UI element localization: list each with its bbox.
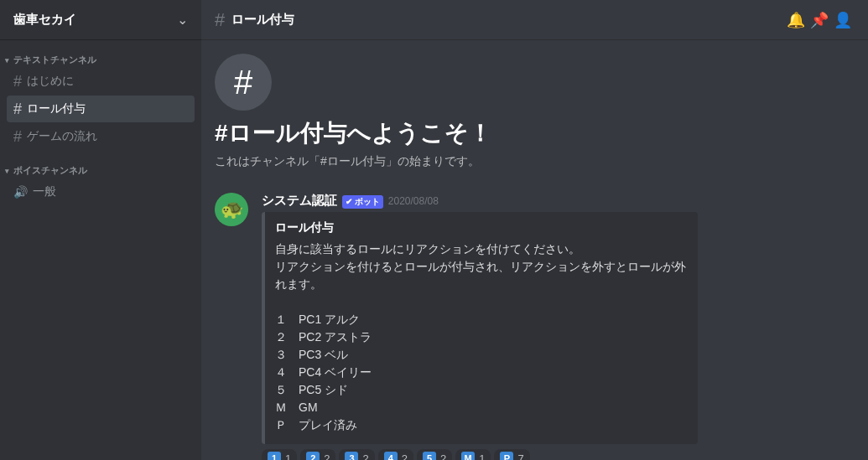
reaction-m[interactable]: M 1 (455, 449, 491, 460)
voice-channel-item-general[interactable]: 🔊 一般 (7, 178, 195, 205)
reaction-count: 1 (479, 452, 485, 461)
voice-channel-section: ▾ ボイスチャンネル 🔊 一般 (0, 151, 201, 206)
section-label: テキストチャンネル (13, 54, 96, 66)
channel-label: ゲームの流れ (27, 129, 97, 144)
server-header[interactable]: 歯車セカイ ⌄ (0, 0, 201, 40)
embed-description: 自身に該当するロールにリアクションを付けてください。 リアクションを付けるとロー… (275, 240, 686, 434)
message: 🐢 システム認証 ✔ ボット 2020/08/08 ロール付与 自身に該当するロ… (215, 189, 855, 460)
server-name: 歯車セカイ (13, 12, 76, 28)
embed-title: ロール付与 (275, 220, 686, 235)
bot-tag: ✔ ボット (342, 195, 383, 209)
reaction-count: 1 (285, 452, 291, 461)
hash-icon: # (13, 101, 22, 118)
reaction-3[interactable]: 3 2 (339, 449, 374, 460)
welcome-subtitle: これはチャンネル「#ロール付与」の始まりです。 (215, 154, 855, 169)
notifications-icon[interactable]: 🔔 (784, 11, 808, 29)
text-channel-section-header[interactable]: ▾ テキストチャンネル (0, 54, 201, 66)
reaction-count: 2 (402, 452, 408, 461)
chevron-down-icon: ▾ (2, 167, 12, 175)
reaction-count: 2 (324, 452, 330, 461)
reaction-1[interactable]: 1 1 (262, 449, 297, 460)
reaction-2[interactable]: 2 2 (300, 449, 335, 460)
voice-channel-section-header[interactable]: ▾ ボイスチャンネル (0, 164, 201, 177)
members-icon[interactable]: 👤 (831, 11, 855, 29)
speaker-icon: 🔊 (13, 185, 28, 199)
channel-label: ロール付与 (27, 101, 86, 116)
emoji-icon: P (500, 452, 513, 460)
message-header: システム認証 ✔ ボット 2020/08/08 (262, 193, 855, 209)
reaction-5[interactable]: 5 2 (417, 449, 452, 460)
emoji-icon: 2 (306, 452, 320, 460)
text-channel-section: ▾ テキストチャンネル # はじめに # ロール付与 # ゲームの流れ (0, 40, 201, 151)
emoji-icon: 4 (384, 452, 398, 460)
hash-icon: # (13, 73, 22, 90)
channel-item-role-fuyo[interactable]: # ロール付与 (7, 96, 195, 122)
emoji-icon: 5 (423, 452, 436, 460)
message-timestamp: 2020/08/08 (388, 195, 439, 207)
chevron-down-icon: ⌄ (177, 12, 188, 28)
channel-title: ロール付与 (231, 12, 294, 28)
reaction-count: 2 (362, 452, 368, 461)
channel-content: # #ロール付与へようこそ！ これはチャンネル「#ロール付与」の始まりです。 🐢… (201, 40, 868, 460)
hash-icon: # (215, 9, 225, 31)
emoji-icon: 1 (268, 452, 281, 460)
chevron-down-icon: ▾ (2, 56, 12, 65)
pin-icon[interactable]: 📌 (808, 11, 831, 29)
sidebar: 歯車セカイ ⌄ ▾ テキストチャンネル # はじめに # ロール付与 # ゲーム… (0, 0, 201, 460)
emoji-icon: M (461, 452, 475, 460)
channel-label: はじめに (27, 74, 74, 89)
message-body: システム認証 ✔ ボット 2020/08/08 ロール付与 自身に該当するロール… (262, 193, 855, 460)
channel-item-hajimeni[interactable]: # はじめに (7, 68, 195, 95)
reactions-bar: 1 1 2 2 3 2 4 2 (262, 449, 855, 460)
embed: ロール付与 自身に該当するロールにリアクションを付けてください。 リアクションを… (262, 212, 698, 444)
welcome-title: #ロール付与へようこそ！ (215, 117, 855, 149)
avatar[interactable]: 🐢 (215, 193, 248, 226)
main-area: # ロール付与 🔔 📌 👤 # #ロール付与へようこそ！ これはチャンネル「#ロ… (201, 0, 868, 460)
channel-item-game-flow[interactable]: # ゲームの流れ (7, 123, 195, 150)
section-label: ボイスチャンネル (13, 164, 87, 177)
emoji-icon: 3 (345, 452, 358, 460)
message-author[interactable]: システム認証 (262, 193, 337, 209)
reaction-4[interactable]: 4 2 (378, 449, 413, 460)
welcome-hash-icon: # (215, 54, 272, 111)
reaction-count: 2 (440, 452, 446, 461)
channel-topbar: # ロール付与 🔔 📌 👤 (201, 0, 868, 40)
hash-icon: # (13, 128, 22, 146)
reaction-p[interactable]: P 7 (494, 449, 529, 460)
reaction-count: 7 (517, 452, 523, 461)
channel-label: 一般 (33, 184, 56, 199)
